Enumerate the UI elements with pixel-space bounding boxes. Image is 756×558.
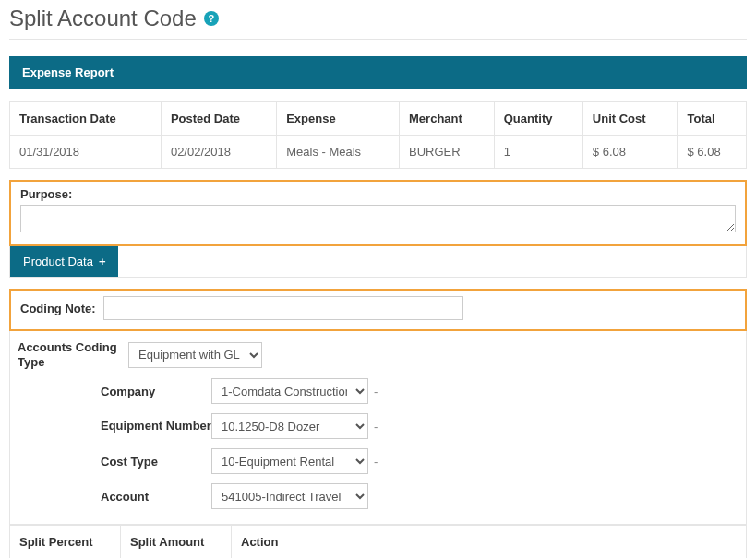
cell-transaction-date: 01/31/2018 xyxy=(10,136,162,169)
col-quantity: Quantity xyxy=(494,102,582,136)
costtype-label: Cost Type xyxy=(18,455,211,469)
cell-total: $ 6.08 xyxy=(678,136,747,169)
purpose-label: Purpose: xyxy=(20,187,736,201)
purpose-input[interactable] xyxy=(20,205,736,232)
purpose-section: Purpose: xyxy=(9,180,747,246)
col-split-amount: Split Amount xyxy=(121,526,232,558)
costtype-select[interactable]: 10-Equipment Rental xyxy=(211,448,368,474)
col-expense: Expense xyxy=(277,102,400,136)
split-table: Split Percent Split Amount Action Add Sp… xyxy=(9,525,747,558)
equipment-row: Equipment Number 10.1250-D8 Dozer - xyxy=(18,413,738,439)
costtype-row: Cost Type 10-Equipment Rental - xyxy=(18,448,738,474)
col-unit-cost: Unit Cost xyxy=(582,102,678,136)
company-row: Company 1-Comdata Construction - xyxy=(18,378,738,404)
dash-icon: - xyxy=(374,420,378,433)
cell-unit-cost: $ 6.08 xyxy=(582,136,678,169)
col-posted-date: Posted Date xyxy=(161,102,276,136)
account-select[interactable]: 541005-Indirect Travel xyxy=(211,483,368,509)
product-data-button[interactable]: Product Data + xyxy=(10,246,118,277)
account-row: Account 541005-Indirect Travel xyxy=(18,483,738,509)
coding-note-section: Coding Note: xyxy=(9,289,747,331)
cell-expense: Meals - Meals xyxy=(277,136,400,169)
col-transaction-date: Transaction Date xyxy=(10,102,162,136)
coding-type-select[interactable]: Equipment with GL xyxy=(128,342,262,368)
coding-type-label: Accounts Coding Type xyxy=(18,340,128,369)
dash-icon: - xyxy=(374,455,378,469)
company-label: Company xyxy=(18,385,211,398)
cell-quantity: 1 xyxy=(494,136,582,169)
accounts-coding-block: Accounts Coding Type Equipment with GL C… xyxy=(9,331,747,525)
equipment-label: Equipment Number xyxy=(18,419,211,433)
product-data-label: Product Data xyxy=(23,255,93,268)
coding-type-row: Accounts Coding Type Equipment with GL xyxy=(18,340,738,369)
coding-note-label: Coding Note: xyxy=(20,302,96,315)
col-split-percent: Split Percent xyxy=(10,526,121,558)
col-merchant: Merchant xyxy=(400,102,495,136)
account-label: Account xyxy=(18,490,211,504)
company-select[interactable]: 1-Comdata Construction xyxy=(211,378,368,404)
table-row: 01/31/2018 02/02/2018 Meals - Meals BURG… xyxy=(10,136,747,169)
help-icon[interactable]: ? xyxy=(204,11,219,26)
table-header-row: Transaction Date Posted Date Expense Mer… xyxy=(10,102,747,136)
coding-note-input[interactable] xyxy=(103,296,463,320)
page-title-text: Split Account Code xyxy=(9,6,197,31)
product-data-row: Product Data + xyxy=(9,246,747,278)
equipment-select[interactable]: 10.1250-D8 Dozer xyxy=(211,413,368,439)
cell-merchant: BURGER xyxy=(400,136,495,169)
cell-posted-date: 02/02/2018 xyxy=(161,136,276,169)
page-title: Split Account Code ? xyxy=(9,6,747,31)
expense-report-header: Expense Report xyxy=(9,56,747,89)
dash-icon: - xyxy=(374,385,378,398)
col-total: Total xyxy=(678,102,747,136)
title-divider xyxy=(9,39,747,40)
col-action: Action xyxy=(232,526,747,558)
split-header-row: Split Percent Split Amount Action xyxy=(10,526,747,558)
plus-icon: + xyxy=(99,255,106,268)
transaction-table: Transaction Date Posted Date Expense Mer… xyxy=(9,101,747,169)
